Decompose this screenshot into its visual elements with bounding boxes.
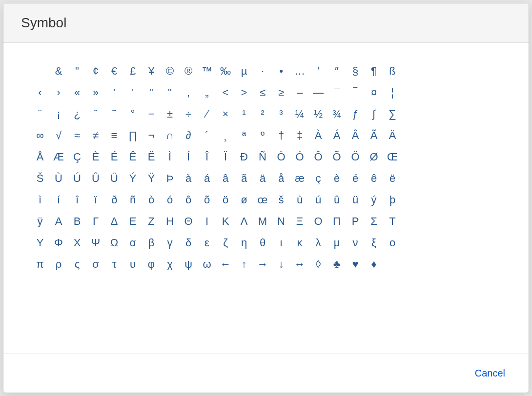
symbol-cell[interactable]: ©	[161, 60, 179, 82]
symbol-cell[interactable]: ω	[198, 254, 216, 275]
symbol-cell[interactable]: ↔	[290, 254, 309, 275]
symbol-cell[interactable]: ñ	[123, 189, 142, 211]
symbol-cell[interactable]: Σ	[365, 211, 383, 232]
symbol-cell[interactable]: Ξ	[290, 211, 309, 232]
symbol-cell[interactable]: ↓	[272, 254, 290, 275]
symbol-cell[interactable]: ˜	[105, 103, 123, 125]
symbol-cell[interactable]: ü	[346, 189, 365, 211]
symbol-cell[interactable]: ♣	[327, 254, 346, 275]
symbol-cell[interactable]: ♥	[346, 254, 365, 275]
symbol-cell[interactable]: °	[123, 103, 142, 125]
symbol-cell[interactable]: θ	[253, 232, 272, 254]
symbol-cell[interactable]: ¼	[290, 103, 309, 125]
symbol-cell[interactable]: η	[235, 232, 253, 254]
symbol-cell[interactable]: Ý	[123, 168, 142, 189]
symbol-cell[interactable]: ≈	[68, 125, 86, 146]
symbol-cell[interactable]: –	[290, 82, 309, 103]
symbol-cell[interactable]: Å	[31, 146, 49, 168]
symbol-cell[interactable]: Α	[49, 211, 68, 232]
symbol-cell[interactable]: Đ	[235, 146, 253, 168]
symbol-cell[interactable]: Η	[161, 211, 179, 232]
symbol-cell[interactable]: ¬	[142, 125, 161, 146]
symbol-cell[interactable]: ¿	[68, 103, 86, 125]
symbol-cell[interactable]: ª	[235, 125, 253, 146]
symbol-cell[interactable]: ‡	[290, 125, 309, 146]
symbol-cell[interactable]: Ù	[49, 168, 68, 189]
symbol-cell[interactable]: Ο	[309, 211, 327, 232]
symbol-cell[interactable]: μ	[327, 232, 346, 254]
symbol-cell[interactable]: ÷	[179, 103, 198, 125]
symbol-cell[interactable]: ∞	[31, 125, 49, 146]
symbol-cell[interactable]: ±	[161, 103, 179, 125]
symbol-cell[interactable]: ä	[253, 168, 272, 189]
symbol-cell[interactable]: å	[272, 168, 290, 189]
symbol-cell[interactable]: —	[309, 82, 327, 103]
symbol-cell[interactable]: è	[327, 168, 346, 189]
symbol-cell[interactable]: £	[123, 60, 142, 82]
symbol-cell[interactable]: û	[327, 189, 346, 211]
symbol-cell[interactable]: Ÿ	[142, 168, 161, 189]
symbol-cell[interactable]: τ	[105, 254, 123, 275]
symbol-cell[interactable]: <	[216, 82, 235, 103]
symbol-cell[interactable]: þ	[383, 189, 402, 211]
symbol-cell[interactable]: ù	[290, 189, 309, 211]
symbol-cell[interactable]: Ω	[105, 232, 123, 254]
symbol-cell[interactable]: ¨	[31, 103, 49, 125]
symbol-cell[interactable]: ˆ	[86, 103, 105, 125]
symbol-cell[interactable]: ÿ	[31, 211, 49, 232]
symbol-cell[interactable]: ó	[161, 189, 179, 211]
symbol-cell[interactable]: λ	[309, 232, 327, 254]
symbol-cell[interactable]: õ	[198, 189, 216, 211]
symbol-cell[interactable]: ∩	[161, 125, 179, 146]
symbol-cell[interactable]: «	[68, 82, 86, 103]
symbol-cell[interactable]: ¸	[216, 125, 235, 146]
symbol-cell[interactable]: ξ	[365, 232, 383, 254]
symbol-cell[interactable]: σ	[86, 254, 105, 275]
symbol-cell[interactable]: Μ	[253, 211, 272, 232]
symbol-cell[interactable]: º	[253, 125, 272, 146]
symbol-cell[interactable]: Â	[346, 125, 365, 146]
symbol-cell[interactable]: œ	[253, 189, 272, 211]
symbol-cell[interactable]: ½	[309, 103, 327, 125]
symbol-cell[interactable]: Δ	[105, 211, 123, 232]
symbol-cell[interactable]: ´	[198, 125, 216, 146]
symbol-cell[interactable]: √	[49, 125, 68, 146]
symbol-cell[interactable]: ò	[142, 189, 161, 211]
symbol-cell[interactable]: í	[49, 189, 68, 211]
symbol-cell[interactable]: α	[123, 232, 142, 254]
symbol-cell[interactable]: „	[198, 82, 216, 103]
symbol-cell[interactable]: "	[68, 60, 86, 82]
symbol-cell[interactable]: Π	[327, 211, 346, 232]
symbol-cell[interactable]: ∂	[179, 125, 198, 146]
symbol-cell[interactable]: µ	[235, 60, 253, 82]
symbol-cell[interactable]: ο	[383, 232, 402, 254]
symbol-cell[interactable]: ™	[198, 60, 216, 82]
symbol-cell[interactable]: Λ	[235, 211, 253, 232]
symbol-cell[interactable]: À	[309, 125, 327, 146]
symbol-cell[interactable]: ¢	[86, 60, 105, 82]
symbol-cell[interactable]: χ	[161, 254, 179, 275]
symbol-cell[interactable]: Ε	[123, 211, 142, 232]
symbol-cell[interactable]: é	[346, 168, 365, 189]
symbol-cell[interactable]: ‹	[31, 82, 49, 103]
symbol-cell[interactable]: ö	[216, 189, 235, 211]
symbol-cell[interactable]: π	[31, 254, 49, 275]
symbol-cell[interactable]: ε	[198, 232, 216, 254]
symbol-cell[interactable]: ×	[216, 103, 235, 125]
symbol-cell[interactable]: φ	[142, 254, 161, 275]
symbol-cell[interactable]: ð	[105, 189, 123, 211]
symbol-cell[interactable]: ♦	[365, 254, 383, 275]
symbol-cell[interactable]: ø	[235, 189, 253, 211]
symbol-cell[interactable]: →	[253, 254, 272, 275]
symbol-cell[interactable]: κ	[290, 232, 309, 254]
symbol-cell[interactable]: Ê	[123, 146, 142, 168]
symbol-cell[interactable]: ã	[235, 168, 253, 189]
symbol-cell[interactable]: Ä	[383, 125, 402, 146]
symbol-cell[interactable]: ú	[309, 189, 327, 211]
symbol-cell[interactable]: υ	[123, 254, 142, 275]
symbol-cell[interactable]: ß	[383, 60, 402, 82]
symbol-cell[interactable]: ¯	[327, 82, 346, 103]
symbol-cell[interactable]: Τ	[383, 211, 402, 232]
symbol-cell[interactable]: Ã	[365, 125, 383, 146]
symbol-cell[interactable]: ì	[31, 189, 49, 211]
